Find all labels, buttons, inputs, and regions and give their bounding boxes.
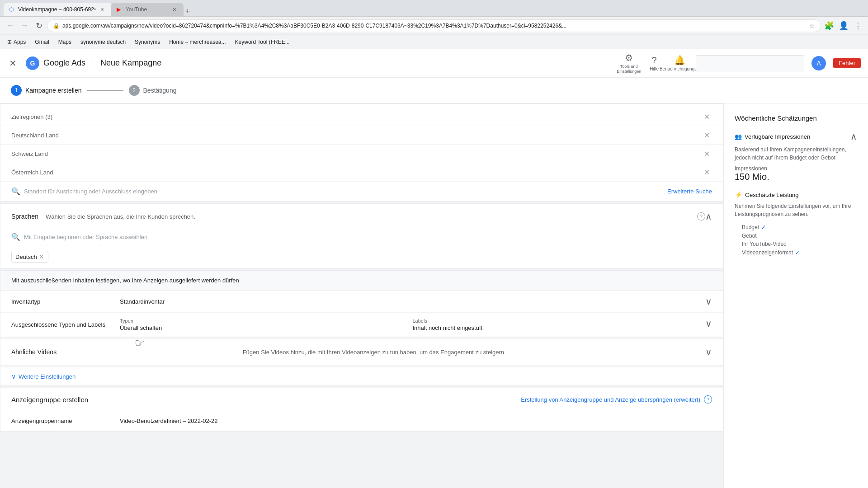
- remove-location-0[interactable]: ✕: [701, 130, 712, 141]
- step-2-label: Bestätigung: [143, 87, 177, 94]
- fehler-badge[interactable]: Fehler: [833, 58, 861, 68]
- sprachen-description: Wählen Sie die Sprachen aus, die Ihre Ku…: [46, 213, 695, 220]
- sprachen-card: Sprachen Wählen Sie die Sprachen aus, di…: [0, 203, 723, 268]
- reload-button[interactable]: ↻: [33, 19, 45, 32]
- remove-language-deutsch[interactable]: ✕: [39, 253, 44, 260]
- step-1: 1 Kampagne erstellen: [11, 85, 82, 96]
- remove-location-1[interactable]: ✕: [701, 148, 712, 159]
- bookmark-keyword[interactable]: Keyword Tool (FREE...: [231, 38, 293, 46]
- bookmark-synonyme[interactable]: synonyme deutsch: [77, 38, 129, 46]
- weitere-einstellungen-label: Weitere Einstellungen: [19, 373, 75, 380]
- aehnliche-description: Fügen Sie Videos hinzu, die mit Ihren Vi…: [243, 349, 705, 356]
- anzeigengruppe-name-label: Anzeigengruppenname: [11, 418, 120, 424]
- impressionen-value: 150 Mio.: [735, 172, 857, 182]
- bookmark-synonyms[interactable]: Synonyms: [131, 38, 164, 46]
- location-label-2: Österreich Land: [11, 169, 701, 176]
- back-button[interactable]: ←: [4, 19, 16, 32]
- sprachen-search-input[interactable]: [24, 234, 712, 240]
- nav-bar: ← → ↻ 🔒 ads.google.com/aw/campaigns/new/…: [0, 16, 868, 34]
- close-button[interactable]: ✕: [7, 58, 18, 69]
- sprachen-header[interactable]: Sprachen Wählen Sie die Sprachen aus, di…: [0, 204, 723, 229]
- location-card: Zielregionen (3) ✕ Deutschland Land ✕ Sc…: [0, 103, 723, 202]
- inventartyp-label: Inventartyp: [11, 298, 120, 305]
- language-tag-label: Deutsch: [15, 253, 37, 260]
- remove-location-2[interactable]: ✕: [701, 167, 712, 178]
- skip-link-text: Erstellung von Anzeigengruppe und Anzeig…: [521, 396, 700, 403]
- sprachen-chevron: ∧: [705, 211, 712, 222]
- anzeigengruppe-title: Anzeigengruppe erstellen: [11, 396, 88, 404]
- address-text: ads.google.com/aw/campaigns/new/video?oc…: [62, 23, 807, 29]
- step-connector: [87, 90, 123, 91]
- tab-close-1[interactable]: ×: [99, 6, 106, 13]
- verfuegbare-header[interactable]: 👥 Verfügbare Impressionen ∧: [735, 131, 857, 142]
- remove-all-button[interactable]: ✕: [701, 111, 712, 122]
- tools-icon: ⚙: [625, 52, 633, 63]
- ausschluss-labels-col: Labels Inhalt noch nicht eingestuft: [413, 318, 706, 331]
- main-layout: Zielregionen (3) ✕ Deutschland Land ✕ Sc…: [0, 103, 868, 488]
- forward-button[interactable]: →: [18, 19, 31, 32]
- geschaetzte-item-youtube: Ihr YouTube-Video: [742, 241, 857, 247]
- location-count-label: Zielregionen (3): [11, 113, 701, 120]
- header-page-title: Neue Kampagne: [100, 58, 161, 68]
- location-search-icon: 🔍: [11, 187, 20, 196]
- language-tag-deutsch: Deutsch ✕: [11, 251, 48, 263]
- step-2-circle: 2: [129, 85, 140, 96]
- sidebar: Wöchentliche Schätzungen 👥 Verfügbare Im…: [723, 103, 868, 488]
- bookmark-icon[interactable]: ☆: [809, 22, 815, 29]
- skip-link[interactable]: Erstellung von Anzeigengruppe und Anzeig…: [521, 395, 712, 404]
- browser-chrome: ⬡ Videokampagne – 400-805-692¹ × ▶ YouTu…: [0, 0, 868, 49]
- anzeigengruppe-name-row: Anzeigengruppenname Video-Benutzerdefini…: [0, 411, 723, 431]
- tools-settings-button[interactable]: ⚙ Tools undEinstellungen: [620, 54, 638, 72]
- sprachen-info-icon[interactable]: ?: [697, 212, 705, 221]
- notifications-label: Benachrichtigungen: [660, 66, 699, 71]
- erweiterte-suche-link[interactable]: Erweiterte Suche: [667, 188, 712, 195]
- bookmarks-bar: ⊞ Apps Gmail Maps synonyme deutsch Synon…: [0, 34, 868, 49]
- ausschluss-row-typen: Ausgeschlossene Typen und Labels Typen Ü…: [0, 313, 723, 337]
- tab-close-2[interactable]: ×: [171, 6, 178, 13]
- ausschluss-card: Mit auszuschließenden Inhalten festlegen…: [0, 270, 723, 337]
- svg-text:G: G: [30, 60, 35, 67]
- weitere-einstellungen-row[interactable]: ∨ Weitere Einstellungen: [0, 367, 723, 386]
- budget-checkmark: ✓: [761, 224, 766, 231]
- header-logo: G Google Ads: [25, 56, 85, 70]
- header-avatar[interactable]: A: [811, 56, 826, 70]
- skip-info-icon[interactable]: ?: [704, 395, 712, 404]
- bookmark-apps[interactable]: ⊞ Apps: [4, 38, 29, 46]
- bell-icon: 🔔: [674, 55, 685, 66]
- labels-header: Labels: [413, 318, 706, 324]
- ausschluss-header-text: Mit auszuschließenden Inhalten festlegen…: [11, 277, 239, 284]
- location-search-input[interactable]: [24, 188, 664, 195]
- menu-button[interactable]: ⋮: [852, 19, 864, 32]
- profile-button[interactable]: 👤: [837, 19, 850, 32]
- typen-dropdown-arrow[interactable]: ∨: [705, 318, 712, 331]
- labels-value: Inhalt noch nicht eingestuft: [413, 324, 706, 331]
- aehnliche-row[interactable]: Ähnliche Videos Fügen Sie Videos hinzu, …: [0, 339, 723, 365]
- tab-title-1: Videokampagne – 400-805-692¹: [18, 6, 96, 13]
- geschaetzte-title: ⚡ Geschätzte Leistung: [735, 191, 857, 198]
- extensions-button[interactable]: 🧩: [823, 19, 835, 32]
- tools-label: Tools undEinstellungen: [617, 64, 641, 74]
- google-ads-logo-icon: G: [25, 56, 40, 70]
- new-tab-button[interactable]: +: [185, 7, 190, 16]
- inventartyp-dropdown-arrow[interactable]: ∨: [705, 296, 712, 307]
- bookmark-gmail[interactable]: Gmail: [31, 38, 52, 46]
- address-bar[interactable]: 🔒 ads.google.com/aw/campaigns/new/video?…: [47, 19, 821, 32]
- ausschluss-row-inventartyp: Inventartyp Standardinventar ∨: [0, 291, 723, 313]
- tab-active[interactable]: ⬡ Videokampagne – 400-805-692¹ ×: [4, 3, 111, 16]
- apps-icon: ⊞: [7, 39, 12, 45]
- inventartyp-content: Standardinventar ∨: [120, 296, 712, 307]
- verfuegbare-chevron: ∧: [850, 131, 857, 142]
- geschaetzte-list: Budget ✓ Gebot Ihr YouTube-Video Videoan…: [735, 224, 857, 256]
- bookmark-maps[interactable]: Maps: [55, 38, 75, 46]
- tab-youtube[interactable]: ▶ YouTube ×: [111, 3, 184, 16]
- youtube-label: Ihr YouTube-Video: [742, 241, 787, 247]
- location-search-row: 🔍 Erweiterte Suche: [0, 182, 723, 201]
- tab-title-2: YouTube: [126, 6, 168, 13]
- bookmark-home[interactable]: Home – merchreasea...: [165, 38, 229, 46]
- location-header-row: Zielregionen (3) ✕: [0, 108, 723, 126]
- geschaetzte-item-budget: Budget ✓: [742, 224, 857, 231]
- tab-favicon-1: ⬡: [9, 6, 15, 13]
- header-search-input[interactable]: [696, 55, 804, 71]
- notifications-button[interactable]: 🔔 Benachrichtigungen: [670, 54, 689, 72]
- location-row-1: Schweiz Land ✕: [0, 145, 723, 163]
